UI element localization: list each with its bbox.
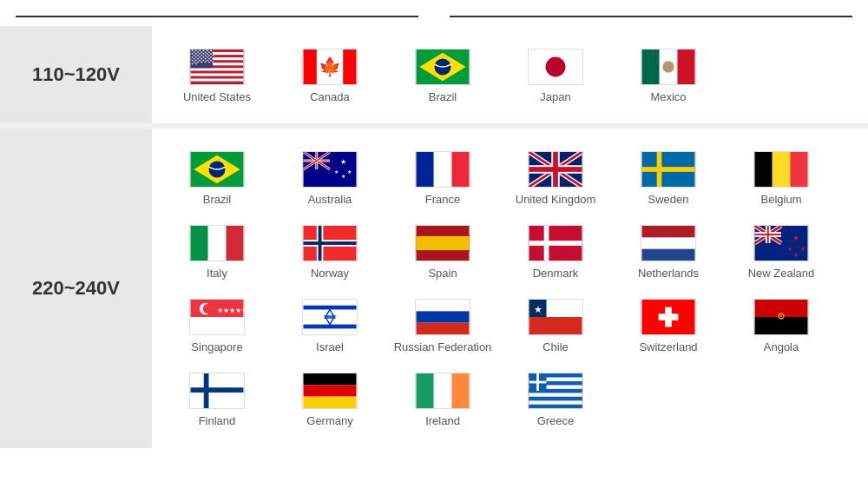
svg-point-15 <box>197 51 199 53</box>
flag-mx <box>641 49 696 85</box>
flag-au: ★ ★ ★ ★ <box>302 151 358 188</box>
list-item: ★ ★ ★ ★ Australia <box>273 144 386 218</box>
flag-fi <box>189 373 245 409</box>
svg-text:⚙: ⚙ <box>777 311 786 321</box>
country-name-label: New Zealand <box>748 267 815 281</box>
svg-rect-99 <box>529 168 582 173</box>
svg-point-38 <box>194 57 195 59</box>
svg-point-54 <box>208 61 210 63</box>
list-item: Russian Federation <box>386 292 499 366</box>
voltage-label-0: 110~120V <box>0 26 152 124</box>
country-name-label: Brazil <box>203 193 232 208</box>
country-name-label: Spain <box>428 267 457 281</box>
svg-rect-69 <box>677 50 694 84</box>
list-item: Japan <box>499 42 612 116</box>
svg-text:★: ★ <box>534 304 542 314</box>
page-wrapper: 110~120V United States 🍁 Canada <box>0 0 868 448</box>
list-item: Switzerland <box>612 292 725 366</box>
list-item: Norway <box>273 218 386 292</box>
svg-rect-59 <box>304 50 317 84</box>
svg-rect-60 <box>343 50 356 84</box>
flag-nl <box>641 225 696 261</box>
list-item: Israel <box>273 292 386 366</box>
svg-point-30 <box>208 55 210 56</box>
svg-point-70 <box>662 61 674 72</box>
country-name-label: Italy <box>207 267 227 281</box>
svg-point-39 <box>197 57 199 59</box>
country-name-label: Russian Federation <box>394 340 492 355</box>
svg-rect-184 <box>529 393 582 396</box>
svg-point-45 <box>195 59 197 61</box>
svg-rect-156 <box>659 314 679 320</box>
svg-point-20 <box>192 53 194 55</box>
svg-point-13 <box>210 50 212 51</box>
svg-point-41 <box>205 57 207 59</box>
list-item: Brazil <box>386 42 499 116</box>
flag-ie <box>415 373 470 409</box>
country-name-label: Netherlands <box>638 267 699 281</box>
svg-text:★: ★ <box>793 252 799 258</box>
list-item: Belgium <box>725 144 838 218</box>
svg-rect-116 <box>417 234 470 236</box>
svg-rect-163 <box>304 373 357 385</box>
list-item: Finland <box>161 366 273 439</box>
svg-point-29 <box>205 55 207 56</box>
svg-point-51 <box>197 61 199 63</box>
svg-point-49 <box>210 59 212 61</box>
flag-jp <box>528 49 583 85</box>
flag-ch <box>641 299 696 335</box>
svg-point-140 <box>203 304 213 314</box>
flag-ca: 🍁 <box>302 49 358 85</box>
svg-point-14 <box>194 51 195 53</box>
list-item: Ireland <box>386 366 499 439</box>
svg-rect-185 <box>529 397 582 400</box>
country-name-label: Denmark <box>533 267 579 281</box>
svg-point-24 <box>207 53 208 55</box>
svg-text:★: ★ <box>347 169 352 175</box>
svg-point-28 <box>201 55 203 56</box>
svg-rect-168 <box>451 373 469 408</box>
svg-point-43 <box>212 57 214 59</box>
list-item: Brazil <box>161 144 273 218</box>
list-item: ★ ★ ★ ★ New Zealand <box>725 218 838 292</box>
svg-rect-108 <box>226 226 243 261</box>
voltage-label-1: 220~240V <box>0 129 152 448</box>
svg-rect-190 <box>529 381 547 384</box>
country-name-label: Sweden <box>648 193 689 208</box>
svg-point-10 <box>199 50 201 51</box>
svg-point-9 <box>195 50 197 51</box>
svg-point-22 <box>199 53 201 55</box>
list-item: Germany <box>273 366 386 439</box>
voltage-table: 110~120V United States 🍁 Canada <box>0 26 868 448</box>
flag-br <box>189 151 245 188</box>
svg-point-33 <box>195 56 197 57</box>
svg-rect-89 <box>417 152 434 187</box>
svg-rect-104 <box>755 152 773 187</box>
svg-point-17 <box>205 51 207 53</box>
svg-rect-120 <box>529 241 582 246</box>
country-name-label: Mexico <box>650 90 686 105</box>
svg-rect-151 <box>529 317 582 334</box>
country-grid-1: Brazil ★ ★ ★ ★ Australia <box>161 144 859 439</box>
voltage-value: 110~120V <box>32 63 120 85</box>
svg-point-32 <box>192 56 194 57</box>
country-name-label: Chile <box>542 340 569 355</box>
svg-text:★: ★ <box>800 246 806 252</box>
list-item: Greece <box>499 366 612 439</box>
country-name-label: Norway <box>311 267 349 281</box>
list-item: Spain <box>386 218 499 292</box>
svg-point-55 <box>212 61 214 63</box>
svg-point-25 <box>210 53 212 55</box>
flag-il <box>302 299 358 335</box>
svg-point-44 <box>192 59 194 61</box>
svg-point-48 <box>207 59 208 61</box>
svg-rect-149 <box>417 323 470 334</box>
flag-sg: ★★★★★ <box>189 299 245 335</box>
svg-rect-102 <box>642 168 695 173</box>
svg-point-52 <box>201 61 203 63</box>
svg-rect-117 <box>417 250 470 252</box>
country-grid-cell-1: Brazil ★ ★ ★ ★ Australia <box>152 129 868 448</box>
svg-rect-4 <box>191 68 244 70</box>
list-item: Denmark <box>499 218 612 292</box>
svg-rect-186 <box>529 400 582 404</box>
